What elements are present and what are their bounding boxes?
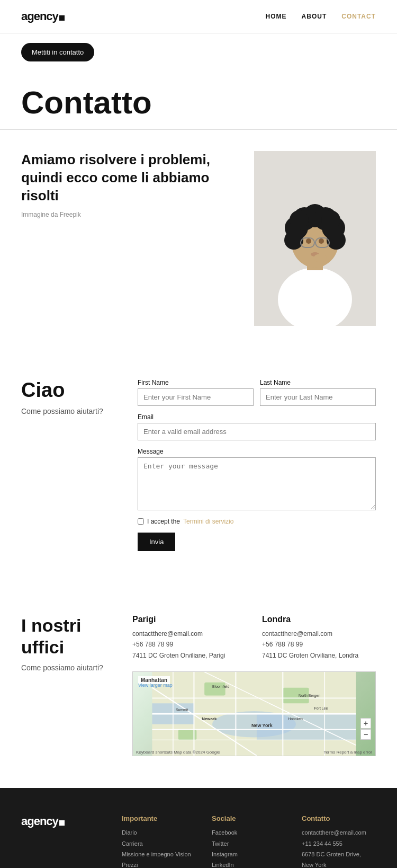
message-group: Message <box>138 448 376 510</box>
map-zoom-out[interactable]: − <box>360 729 371 740</box>
svg-point-19 <box>314 254 327 262</box>
svg-text:North Bergen: North Bergen <box>299 694 320 698</box>
message-input[interactable] <box>138 457 376 510</box>
form-subtext: Come possiamo aiutarti? <box>21 407 116 415</box>
footer-col-sociale-title: Sociale <box>212 814 286 822</box>
cta-section: Mettiti in contatto <box>0 33 397 71</box>
page-title: Contatto <box>21 87 376 119</box>
hero-section: Amiamo risolvere i problemi, quindi ecco… <box>0 130 397 347</box>
svg-point-13 <box>306 238 311 244</box>
footer-contact-address2: New York <box>302 861 376 868</box>
terms-row: I accept the Termini di servizio <box>138 518 376 525</box>
terms-link[interactable]: Termini di servizio <box>183 518 233 525</box>
svg-text:Hoboken: Hoboken <box>288 717 303 721</box>
office-paris-info: contactthere@email.com +56 788 78 99 741… <box>132 628 246 661</box>
email-group: Email <box>138 413 376 440</box>
nav-links: HOME ABOUT CONTACT <box>266 13 376 20</box>
office-london-info: contactthere@email.com +56 788 78 99 741… <box>262 628 376 661</box>
svg-text:Bloomfield: Bloomfield <box>212 685 229 688</box>
footer-contact-phone: +11 234 44 555 <box>302 840 376 848</box>
email-input[interactable] <box>138 423 376 440</box>
svg-text:New York: New York <box>251 723 273 728</box>
footer-link-twitter[interactable]: Twitter <box>212 840 286 848</box>
footer-col-contatto: Contatto contactthere@email.com +11 234 … <box>302 814 376 868</box>
footer-link-linkedin[interactable]: LinkedIn <box>212 861 286 868</box>
offices-right: Parigi contactthere@email.com +56 788 78… <box>132 615 376 756</box>
last-name-label: Last Name <box>260 379 376 386</box>
page-title-section: Contatto <box>0 71 397 130</box>
offices-heading: I nostri uffici <box>21 615 116 658</box>
freepik-link[interactable]: Freepik <box>60 211 81 218</box>
map-zoom: + − <box>360 718 371 740</box>
last-name-group: Last Name <box>260 379 376 406</box>
footer-contact-email: contactthere@email.com <box>302 829 376 837</box>
offices-cols: Parigi contactthere@email.com +56 788 78… <box>132 615 376 661</box>
footer-col-importante: Importante Diario Carriera Missione e im… <box>122 814 196 868</box>
map-zoom-in[interactable]: + <box>360 718 371 729</box>
message-label: Message <box>138 448 376 455</box>
footer-logo-text: agency <box>21 814 58 828</box>
first-name-input[interactable] <box>138 388 254 406</box>
offices-subtext: Come possiamo aiutarti? <box>21 663 116 672</box>
logo-text: agency <box>21 10 58 23</box>
svg-text:Summit: Summit <box>176 708 188 712</box>
last-name-input[interactable] <box>260 388 376 406</box>
terms-checkbox[interactable] <box>138 518 144 525</box>
footer-logo-square-icon <box>59 820 65 826</box>
map-footer: Keyboard shortcuts Map data ©2024 Google… <box>133 750 375 755</box>
footer-link-diario[interactable]: Diario <box>122 829 196 837</box>
navbar: agency HOME ABOUT CONTACT <box>0 0 397 33</box>
office-london-city: Londra <box>262 615 376 624</box>
footer-link-missione[interactable]: Missione e impegno Vision <box>122 851 196 858</box>
footer-link-carriera[interactable]: Carriera <box>122 840 196 848</box>
footer: agency Importante Diario Carriera Missio… <box>0 788 397 868</box>
svg-point-10 <box>284 231 303 250</box>
form-message-row: Message <box>138 448 376 510</box>
office-paris: Parigi contactthere@email.com +56 788 78… <box>132 615 246 661</box>
terms-pre-text: I accept the <box>147 518 180 525</box>
svg-point-9 <box>327 231 346 250</box>
nav-contact[interactable]: CONTACT <box>341 13 376 20</box>
form-left: Ciao Come possiamo aiutarti? <box>21 379 116 415</box>
form-email-row: Email <box>138 413 376 440</box>
nav-about[interactable]: ABOUT <box>302 13 327 20</box>
form-section: Ciao Come possiamo aiutarti? First Name … <box>0 347 397 583</box>
hero-text: Amiamo risolvere i problemi, quindi ecco… <box>21 151 238 218</box>
hero-image <box>254 151 376 326</box>
footer-col-importante-title: Importante <box>122 814 196 822</box>
form-right: First Name Last Name Email Message I acc… <box>138 379 376 551</box>
email-label: Email <box>138 413 376 421</box>
form-greeting: Ciao <box>21 379 116 402</box>
footer-col-contatto-title: Contatto <box>302 814 376 822</box>
map-link[interactable]: View larger map <box>138 683 173 688</box>
hero-caption: Immagine da Freepik <box>21 211 238 218</box>
svg-point-11 <box>290 210 309 229</box>
svg-text:Fort Lee: Fort Lee <box>314 706 328 710</box>
first-name-label: First Name <box>138 379 254 386</box>
footer-logo: agency <box>21 814 106 868</box>
offices-left: I nostri uffici Come possiamo aiutarti? <box>21 615 116 756</box>
footer-contact-address1: 6678 DC Groten Drive, <box>302 851 376 858</box>
map-footer-right: Terms Report a map error <box>323 750 372 755</box>
hero-heading: Amiamo risolvere i problemi, quindi ecco… <box>21 151 238 205</box>
submit-button[interactable]: Invia <box>138 533 175 551</box>
cta-button[interactable]: Mettiti in contatto <box>21 43 94 61</box>
map-container: Newark New York North Bergen Bloomfield … <box>132 671 376 756</box>
svg-text:Newark: Newark <box>202 716 217 721</box>
logo-square-icon <box>59 15 65 21</box>
svg-point-14 <box>319 238 324 244</box>
footer-link-instagram[interactable]: Instagram <box>212 851 286 858</box>
footer-link-prezzi[interactable]: Prezzi <box>122 861 196 868</box>
nav-home[interactable]: HOME <box>266 13 287 20</box>
office-london: Londra contactthere@email.com +56 788 78… <box>262 615 376 661</box>
footer-col-sociale: Sociale Facebook Twitter Instagram Linke… <box>212 814 286 868</box>
footer-top: agency Importante Diario Carriera Missio… <box>21 814 376 868</box>
map-footer-left: Keyboard shortcuts Map data ©2024 Google <box>136 750 220 755</box>
offices-section: I nostri uffici Come possiamo aiutarti? … <box>0 583 397 788</box>
first-name-group: First Name <box>138 379 254 406</box>
office-paris-city: Parigi <box>132 615 246 624</box>
hero-image-svg <box>254 151 376 326</box>
footer-link-facebook[interactable]: Facebook <box>212 829 286 837</box>
svg-point-12 <box>321 210 340 229</box>
form-name-row: First Name Last Name <box>138 379 376 406</box>
